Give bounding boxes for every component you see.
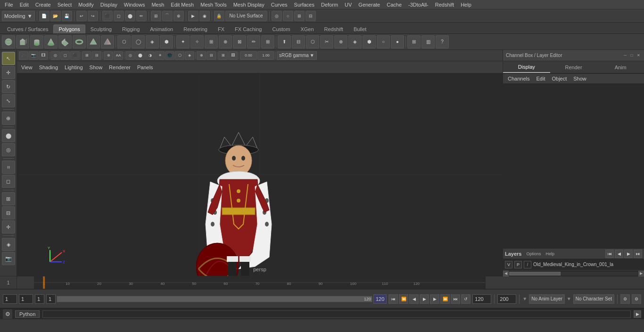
vp-motion-trail-btn[interactable]: ⊞ [218,51,228,60]
layer-arrow-right[interactable]: ▶ [624,250,633,258]
vp-xray-btn[interactable]: ◎ [50,51,60,60]
menu-generate[interactable]: Generate [355,1,383,8]
vp-menu-panels[interactable]: Panels [135,64,156,71]
anim-layer-dropdown[interactable]: No Anim Layer [529,294,565,304]
shelf-target-weld[interactable]: ⊕ [334,35,347,49]
menu-cache[interactable]: Cache [384,1,405,8]
scrollbar-right-arrow[interactable]: ▶ [638,271,644,276]
layers-help-btn[interactable]: Help [544,251,557,257]
settings2-btn[interactable]: ⚙ [632,294,641,304]
snap-view-tool[interactable]: ◈ [2,238,15,251]
lasso-tool[interactable]: ⌗ [2,161,15,174]
tab-fx[interactable]: FX [213,24,230,33]
menu-redshift[interactable]: Redshift [432,1,457,8]
layer-visibility-p[interactable]: P [514,261,522,268]
shelf-cone[interactable] [44,35,58,49]
cb-sub-object[interactable]: Object [549,75,570,82]
range-end-btn[interactable]: 120 [373,294,387,304]
move-tool[interactable]: ✛ [2,66,15,79]
menu-select[interactable]: Select [55,1,75,8]
next-frame-btn[interactable]: ▶ [430,294,439,304]
paint-select-btn[interactable]: ✏ [136,11,147,21]
shelf-sphere[interactable] [2,35,15,49]
end-frame-field[interactable]: 120 [472,294,491,304]
undo-btn[interactable]: ↩ [76,11,87,21]
tab-fx-caching[interactable]: FX Caching [230,24,267,33]
vp-image-plane-btn[interactable]: 🖼 [228,51,238,60]
vp-menu-view[interactable]: View [19,64,35,71]
live-surface-btn[interactable]: No Live Surface [225,11,267,21]
vp-light-btn[interactable]: ☀ [155,51,165,60]
move2-tool[interactable]: ✛ [2,220,15,234]
timeline-ruler[interactable]: 1 10 20 30 40 50 60 70 80 90 100 110 120 [34,276,486,289]
vp-grid-btn[interactable]: ⊞ [82,51,91,60]
frame-field2[interactable]: 1 [19,294,33,304]
frame-selected-btn[interactable]: ⊟ [305,11,316,21]
scrollbar-left-arrow[interactable]: ◀ [503,271,509,276]
scale-tool[interactable]: ⤡ [2,94,15,107]
menu-uv[interactable]: UV [342,1,355,8]
cb-tab-render[interactable]: Render [550,61,597,73]
loop-btn[interactable]: ↺ [461,294,471,304]
menu-help[interactable]: Help [458,1,474,8]
shelf-torus[interactable] [73,35,86,49]
cb-close-btn[interactable]: ✕ [636,53,641,58]
go-to-end-btn[interactable]: ⏭ [451,294,460,304]
menu-display[interactable]: Display [98,1,120,8]
tab-rigging[interactable]: Rigging [117,24,145,33]
layer-visibility-v[interactable]: V [505,261,512,268]
vp-isolate-btn[interactable]: ◎ [125,51,135,60]
shelf-cylinder[interactable] [30,35,43,49]
menu-surfaces[interactable]: Surfaces [291,1,317,8]
snap-to-curve-btn[interactable]: ⌒ [162,11,173,21]
step-back-btn[interactable]: ⏪ [399,294,408,304]
snap-to-grid-btn[interactable]: ⊞ [151,11,161,21]
lasso-select-btn[interactable]: ⬤ [125,11,135,21]
IPR-render-btn[interactable]: ◉ [199,11,210,21]
shelf-cluster[interactable]: ⊞ [261,35,274,49]
menu-edit[interactable]: Edit [17,1,32,8]
preferences-btn[interactable]: ⚙ [620,294,630,304]
shelf-planar-map[interactable]: ▥ [421,35,435,49]
rotation-value[interactable]: 0.00 [240,51,257,60]
cb-tab-display[interactable]: Display [503,61,550,73]
menu-windows[interactable]: Windows [121,1,148,8]
rotate-tool[interactable]: ↻ [2,80,15,93]
vp-shaded-btn[interactable]: ⬛ [70,51,80,60]
vp-aa-btn[interactable]: AA [114,51,123,60]
shelf-question[interactable]: ? [436,35,449,49]
tab-rendering[interactable]: Rendering [178,24,213,33]
shelf-separate[interactable]: ✧ [190,35,204,49]
go-to-start-btn[interactable]: ⏮ [388,294,398,304]
shelf-unfold[interactable]: ⊞ [407,35,421,49]
shelf-plane[interactable] [58,35,72,49]
tab-custom[interactable]: Custom [267,24,296,33]
shelf-collapse[interactable]: ● [391,35,404,49]
shelf-bridge[interactable]: ⊟ [292,35,305,49]
tab-xgen[interactable]: XGen [295,24,319,33]
paint-select[interactable]: ◻ [2,175,15,188]
tab-curves-surfaces[interactable]: Curves / Surfaces [2,24,53,33]
cb-minimize-btn[interactable]: ─ [622,53,628,58]
save-scene-btn[interactable]: 💾 [62,11,72,21]
vp-toggle-btn[interactable]: ⬤ [135,51,145,60]
transform-tool[interactable]: ⊟ [2,206,15,219]
step-forward-btn[interactable]: ⏩ [440,294,450,304]
menu-mesh-tools[interactable]: Mesh Tools [198,1,229,8]
playback-range[interactable]: 120 [57,296,372,302]
shelf-prism[interactable] [87,35,100,49]
cb-tab-anim[interactable]: Anim [597,61,644,73]
soft-modification[interactable]: ⬤ [2,129,15,142]
cb-sub-channels[interactable]: Channels [505,75,532,82]
shelf-geosphere[interactable]: ◈ [146,35,159,49]
crease-tool[interactable]: ⊞ [2,192,15,205]
select-by-type-btn[interactable]: ◻ [114,11,124,21]
vp-wireframe-btn[interactable]: ◻ [60,51,70,60]
prev-frame-btn[interactable]: ◀ [409,294,419,304]
current-frame-field[interactable]: 1 [3,294,17,304]
3d-viewport[interactable]: X Y Z [17,73,503,276]
shelf-paint-skin[interactable]: ✏ [247,35,260,49]
shelf-extrude[interactable]: ⬆ [278,35,291,49]
select-by-hierarchy-btn[interactable]: ⬛ [102,11,113,21]
shelf-subd-sphere[interactable]: ⬢ [160,35,173,49]
